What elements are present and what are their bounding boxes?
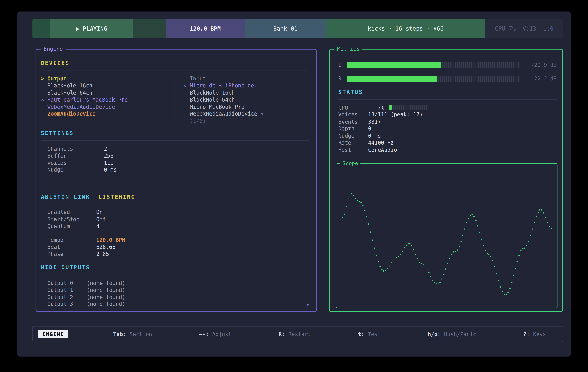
settings-heading: SETTINGS: [41, 130, 309, 137]
scope-dot: [389, 265, 390, 266]
scope-dot: [475, 220, 476, 221]
scope-dot: [390, 262, 392, 263]
input-device-list: Input × Micro de « iPhone de... BlackHol…: [183, 75, 309, 124]
setting-label: Voices: [47, 159, 104, 166]
device-item-active-input[interactable]: × Micro de « iPhone de...: [183, 82, 309, 89]
setting-row-voices[interactable]: Voices 111: [47, 159, 309, 166]
setting-row-channels[interactable]: Channels 2: [47, 145, 309, 152]
midi-output-row[interactable]: Output 0 (none found): [47, 279, 309, 286]
status-table: CPU 7% Voices 13/111 (peak: 17) Events 3…: [338, 104, 557, 153]
output-device-list: > Output BlackHole 16ch BlackHole 64ch ×…: [41, 75, 175, 124]
scope-dot: [413, 249, 414, 250]
link-label: Start/Stop: [47, 216, 96, 223]
meter-track: [347, 62, 521, 68]
scope-dot: [383, 271, 384, 271]
divider: [41, 70, 309, 70]
scope-dot: [551, 228, 552, 229]
scope-dot: [421, 263, 422, 264]
mode-badge: ENGINE: [38, 330, 68, 338]
scope-dot: [485, 250, 486, 251]
status-value: CoreAudio: [368, 146, 397, 153]
scope-dot: [481, 239, 482, 240]
midi-output-row[interactable]: Output 2 (none found): [47, 293, 309, 301]
midi-output-label: Output 2: [47, 293, 87, 301]
link-state-badge: LISTENING: [98, 193, 135, 200]
bpm-display[interactable]: 120.0 BPM: [166, 19, 245, 38]
device-item[interactable]: ZoomAudioDevice: [41, 110, 175, 117]
hint-label: Adjust: [212, 331, 231, 337]
ableton-link-header: ABLETON LINK LISTENING: [41, 193, 309, 200]
dropdown-icon[interactable]: ▼: [261, 110, 263, 117]
midi-output-row[interactable]: Output 1 (none found): [47, 286, 309, 293]
hint-adjust: ←→:Adjust: [199, 331, 231, 338]
scope-dot: [346, 206, 346, 208]
meter-db-value: -22.2 dB: [520, 75, 557, 82]
cpu-meter-fill: [389, 105, 392, 110]
device-item[interactable]: BlackHole 64ch: [183, 96, 309, 103]
setting-row-buffer[interactable]: Buffer 256: [47, 152, 309, 159]
link-table: Enabled On Start/Stop Off Quantum 4: [41, 209, 309, 230]
status-row-nudge: Nudge 0 ms: [338, 132, 557, 139]
link-row-quantum[interactable]: Quantum 4: [47, 223, 309, 230]
top-status-bar: ▶ PLAYING 120.0 BPM Bank 01 kicks · 16 s…: [32, 19, 563, 38]
input-column-label: Input: [183, 75, 309, 82]
midi-output-value: (none found): [87, 279, 126, 286]
bank-display[interactable]: Bank 01: [245, 19, 326, 38]
scope-dot: [425, 265, 426, 266]
pattern-display[interactable]: kicks · 16 steps · #66: [326, 19, 485, 38]
device-item[interactable]: Micro MacBook Pro: [183, 103, 309, 110]
scope-dot: [447, 263, 448, 264]
scope-dot: [547, 222, 548, 223]
tempo-row[interactable]: Tempo 120.0 BPM: [47, 236, 309, 243]
scope-dot: [440, 282, 441, 283]
input-page-indicator: (1/6): [183, 117, 309, 124]
device-item[interactable]: WebexMediaAudioDevice: [41, 103, 175, 110]
scope-dot: [443, 274, 444, 275]
status-row-voices: Voices 13/111 (peak: 17): [338, 111, 557, 118]
device-item[interactable]: BlackHole 16ch: [183, 89, 309, 96]
scope-dot: [541, 210, 542, 211]
keyboard-hints: Tab:Section ←→:Adjust R:Restart t:Test h…: [113, 331, 546, 338]
ableton-link-heading: ABLETON LINK: [41, 193, 90, 200]
meter-channel-label: R: [338, 75, 347, 82]
device-item[interactable]: BlackHole 16ch: [41, 82, 175, 89]
scope-dot: [496, 273, 497, 274]
scope-dot: [526, 245, 527, 246]
scope-dot: [361, 202, 362, 203]
setting-label: Channels: [47, 145, 104, 152]
status-label: Host: [338, 146, 368, 153]
scope-dot: [410, 243, 410, 244]
device-name: WebexMediaAudioDevice: [47, 103, 115, 110]
midi-output-row[interactable]: Output 3 (none found): [47, 301, 309, 308]
scope-dot: [436, 283, 437, 284]
scroll-down-icon[interactable]: ▼: [306, 301, 309, 308]
scope-dot: [347, 199, 348, 200]
meter-track: [347, 76, 521, 81]
status-value: 0 ms: [368, 132, 381, 139]
scope-dot: [432, 279, 433, 281]
setting-value: 256: [104, 152, 114, 159]
hint-label: Restart: [288, 331, 311, 337]
tempo-value: 120.0 BPM: [96, 236, 125, 243]
scope-dot: [379, 266, 380, 267]
hint-key: R:: [278, 331, 285, 337]
scope-dot: [519, 255, 520, 256]
device-item[interactable]: WebexMediaAudioDevice ▼: [183, 110, 309, 117]
device-item-output[interactable]: > Output: [41, 75, 175, 82]
device-name: BlackHole 16ch: [190, 89, 235, 96]
hint-label: Hush/Panic: [444, 331, 476, 337]
scope-dot: [483, 245, 484, 247]
link-value: On: [96, 209, 103, 216]
tempo-label: Tempo: [47, 236, 96, 243]
status-value: 3817: [368, 118, 381, 125]
scope-dot: [408, 243, 409, 244]
scope-dot: [507, 292, 508, 293]
status-value: 0: [368, 125, 371, 132]
device-item-active-output[interactable]: × Haut-parleurs MacBook Pro: [41, 96, 175, 103]
link-row-startstop[interactable]: Start/Stop Off: [47, 216, 309, 223]
transport-status[interactable]: ▶ PLAYING: [50, 19, 133, 38]
setting-row-nudge[interactable]: Nudge 0 ms: [47, 166, 309, 173]
link-row-enabled[interactable]: Enabled On: [47, 209, 309, 216]
device-item[interactable]: BlackHole 64ch: [41, 89, 175, 96]
system-stats: CPU 7% V:13 L:0: [485, 19, 563, 38]
